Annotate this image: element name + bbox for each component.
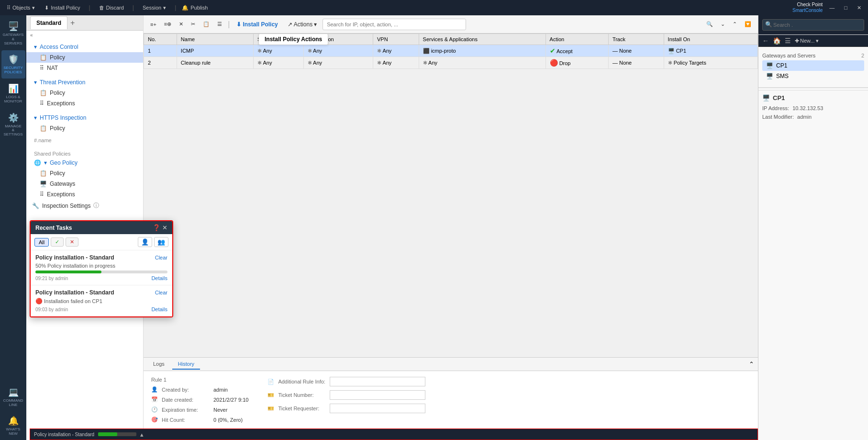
right-panel-toolbar: ← 🏠 ☰ ✚ New... ▾ [758,35,868,47]
nav-item-hi-policy[interactable]: 📋 Policy [26,123,143,134]
back-button[interactable]: ← [762,37,769,45]
nav-access-control-header[interactable]: ▾ Access Control [26,42,143,52]
sidebar-item-whats-new[interactable]: 🔔 WHAT'SNEW [1,412,25,440]
maximize-button[interactable]: □ [841,4,850,11]
collapse-button[interactable]: « [26,31,143,40]
tab-standard[interactable]: Standard [30,16,67,29]
task-status-expand[interactable]: ▴ [140,431,144,438]
ticket-number-input[interactable] [330,390,425,400]
search-input[interactable] [323,19,466,30]
sidebar-item-manage[interactable]: ⚙️ MANAGE &SETTINGS [1,109,25,141]
session-button[interactable]: Session ▾ [140,4,169,12]
nav-item-ac-nat[interactable]: ⠿ NAT [26,63,143,73]
objects-menu-button[interactable]: ⠿ Objects ▾ [4,4,38,12]
table-body: 1 ICMP ✱ Any ✱ Any ✱ Any ⬛ icmp-proto ✔ … [144,45,758,69]
rt-task-1-clear[interactable]: Clear [155,255,167,260]
nav-item-gp-policy[interactable]: 📋 Policy [26,168,143,179]
cell-destination: ✱ Any [303,45,373,57]
add-tab-button[interactable]: + [68,19,77,27]
rt-filter-success[interactable]: ✓ [51,237,64,247]
tp-policy-icon: 📋 [40,90,47,96]
nav-item-name[interactable]: #.name [26,135,143,145]
gateway-item-sms[interactable]: 🖥️ SMS [762,71,864,81]
filter-button[interactable]: 🔽 [742,20,754,29]
nav-down-button[interactable]: ⌄ [718,20,728,29]
nav-item-tp-exceptions[interactable]: ⠿ Exceptions [26,98,143,109]
rt-filter-all[interactable]: All [34,238,49,247]
add-row-icon: ≡+ [150,22,156,27]
nav-access-control-section: ▾ Access Control 📋 Policy ⠿ NAT [26,40,143,75]
nav-https-header[interactable]: ▾ HTTPS Inspection [26,113,143,123]
rt-task-2-clear[interactable]: Clear [155,290,167,295]
rt-filter-fail[interactable]: ✕ [66,237,78,247]
recent-tasks-header: Recent Tasks ❓ ✕ [31,221,172,234]
actions-toolbar-button[interactable]: ↗ Actions ▾ [284,20,321,29]
nav-shared-policies-label: Shared Policies [26,147,143,158]
gp-exceptions-icon: ⠿ [40,191,44,198]
rt-task-2-details[interactable]: Details [151,306,167,312]
expand-icon: ▾ [34,44,37,50]
nav-item-gp-exceptions[interactable]: ⠿ Exceptions [26,189,143,200]
col-no: No. [144,34,177,45]
nav-item-ac-policy[interactable]: 📋 Policy [26,52,143,63]
toolbar-paste-button[interactable]: 📋 [200,20,212,29]
rt-close-button[interactable]: ✕ [162,224,167,231]
gateway-detail-info: IP Address: 10.32.132.53 Last Modifier: … [762,104,864,121]
sidebar-item-security-policies[interactable]: 🛡️ SECURITYPOLICIES [1,50,25,79]
toolbar-cut-button[interactable]: ✂ [188,20,198,29]
home-button[interactable]: 🏠 [773,37,781,45]
nav-geo-policy-header[interactable]: 🌐 ▾ Geo Policy [26,158,143,168]
topbar-separator: | [89,4,90,11]
cell-install-on: ✱ Policy Targets [664,57,757,69]
publish-button[interactable]: 🔔 Publish [182,5,208,11]
ticket-requester-input[interactable] [330,404,425,413]
tab-logs[interactable]: Logs [147,359,170,370]
new-button[interactable]: ✚ New... ▾ [795,38,819,44]
list-button[interactable]: ☰ [785,37,791,45]
rt-task-1-details[interactable]: Details [151,275,167,281]
rt-task-1-desc: 50% Policy installation in progress [35,263,167,269]
gateway-detail: 🖥️ CP1 IP Address: 10.32.132.53 Last Mod… [758,90,868,125]
rt-help-button[interactable]: ❓ [153,224,160,231]
tab-history[interactable]: History [172,359,200,370]
discard-button[interactable]: 🗑 Discard [96,4,127,11]
nav-item-tp-policy[interactable]: 📋 Policy [26,88,143,98]
install-policy-button[interactable]: ⬇ Install Policy [42,4,83,12]
close-button[interactable]: ✕ [854,4,864,12]
sidebar-item-gateways[interactable]: 🖥️ GATEWAYS& SERVERS [1,17,25,49]
rt-person-button[interactable]: 👤 [138,237,152,247]
recent-tasks-title: Recent Tasks [35,225,72,231]
additional-icon: 📄 [267,379,274,385]
search-button[interactable]: 🔍 [703,20,716,29]
toolbar-more-button[interactable]: ☰ [214,20,225,29]
logs-icon: 📊 [8,83,19,94]
cell-action: ✔ Accept [545,45,608,57]
panel-divider [758,87,868,88]
nav-item-inspection-settings[interactable]: 🔧 Inspection Settings ⓘ [26,200,143,212]
policy-table-area: No. Name Source Destination VPN Services… [144,34,758,357]
sidebar-item-logs[interactable]: 📊 LOGS &MONITOR [1,79,25,108]
topbar: ⠿ Objects ▾ ⬇ Install Policy | 🗑 Discard… [0,0,868,15]
install-policy-toolbar-button[interactable]: ⬇ Install Policy [233,20,281,29]
toolbar-add-section-button[interactable]: ≡⊕ [161,20,174,29]
rt-task-1-progress-bar [35,271,167,273]
table-row[interactable]: 2 Cleanup rule ✱ Any ✱ Any ✱ Any ✱ Any 🔴… [144,57,758,69]
sidebar-item-command-line[interactable]: 💻 COMMANDLINE [1,383,25,411]
rt-group-button[interactable]: 👥 [154,237,168,247]
right-search-icon: 🔍 [765,21,772,28]
bottom-collapse-button[interactable]: ⌃ [749,361,754,368]
task-mini-progress [98,432,136,436]
additional-rule-input[interactable] [330,377,425,386]
minimize-button[interactable]: — [826,4,837,11]
nav-item-gp-gateways[interactable]: 🖥️ Gateways [26,179,143,189]
policy-toolbar: ≡+ ≡⊕ ✕ ✂ 📋 ☰ | ⬇ Install Policy [144,15,758,34]
nav-up-button[interactable]: ⌃ [730,20,740,29]
nav-threat-prevention-header[interactable]: ▾ Threat Prevention [26,77,143,88]
table-row[interactable]: 1 ICMP ✱ Any ✱ Any ✱ Any ⬛ icmp-proto ✔ … [144,45,758,57]
right-search-input[interactable] [762,19,864,31]
hit-count-row: 🎯 Hit Count: 0 (0%, Zero) [151,417,248,423]
toolbar-add-button[interactable]: ≡+ [147,20,159,29]
gateway-item-cp1[interactable]: 🖥️ CP1 [762,60,864,71]
toolbar-delete-button[interactable]: ✕ [176,20,186,29]
rt-task-1-meta: 09:21 by admin Details [35,275,167,281]
